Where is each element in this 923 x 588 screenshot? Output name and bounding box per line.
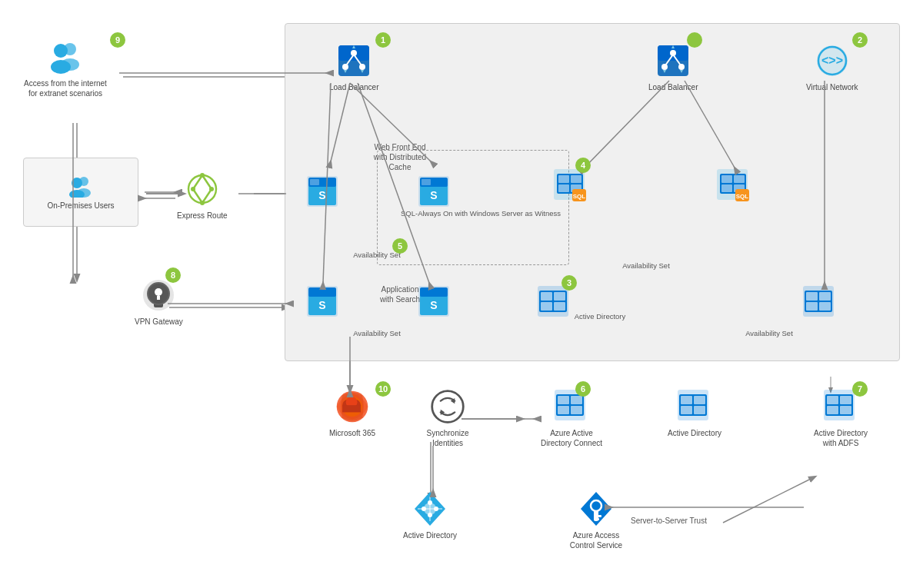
avail-set-app-label: Availability Set	[319, 329, 435, 337]
internet-users-icon	[47, 38, 84, 75]
badge-1: 1	[375, 32, 391, 48]
sharepoint-web-left: S	[304, 173, 341, 210]
svg-point-142	[428, 500, 432, 505]
svg-rect-149	[594, 515, 601, 517]
svg-text:+: +	[156, 290, 161, 298]
svg-rect-73	[558, 184, 569, 192]
ad-adfs-node: Active Directory with ADFS	[806, 388, 875, 448]
svg-rect-66	[420, 287, 448, 297]
svg-text:SQL: SQL	[573, 193, 586, 200]
sql-left-icon: SQL	[552, 168, 589, 204]
avail-set-web-label: Availability Set	[319, 251, 435, 259]
svg-rect-81	[721, 184, 732, 192]
svg-rect-62	[308, 287, 336, 297]
load-balancer-1-label: Load Balancer	[329, 82, 379, 92]
svg-text:S: S	[318, 189, 325, 201]
svg-point-29	[200, 173, 205, 178]
svg-point-22	[72, 178, 82, 188]
avail-set-ad-label: Availability Set	[661, 329, 877, 337]
svg-point-31	[209, 187, 214, 191]
sharepoint-app-right: S	[415, 283, 452, 320]
badge-9: 9	[110, 32, 125, 48]
access-control-node: Azure Access Control Service	[561, 490, 631, 550]
svg-point-145	[434, 507, 438, 511]
azure-ad-connect-node: Azure Active Directory Connect	[537, 388, 606, 448]
ad-adfs-label: Active Directory with ADFS	[806, 428, 875, 448]
sync-identities-icon	[429, 388, 466, 425]
svg-rect-59	[422, 179, 431, 185]
svg-rect-90	[554, 302, 565, 311]
ad-azure-right-node	[800, 283, 837, 320]
svg-point-143	[428, 513, 432, 517]
express-route-label: Express Route	[177, 211, 228, 221]
svg-rect-123	[571, 396, 582, 404]
svg-rect-79	[721, 175, 732, 183]
internet-access-node: Access from the internet for extranet sc…	[23, 38, 108, 98]
badge-2: 2	[852, 32, 868, 48]
load-balancer-right-icon	[655, 42, 691, 79]
sql-right-node: SQL	[715, 168, 752, 204]
svg-point-19	[51, 60, 71, 74]
svg-point-18	[54, 44, 68, 58]
svg-point-32	[200, 201, 205, 205]
svg-rect-71	[558, 175, 569, 183]
access-control-icon	[578, 490, 615, 527]
virtual-network-label: Virtual Network	[806, 82, 858, 92]
svg-rect-128	[681, 396, 692, 404]
svg-rect-135	[840, 396, 851, 404]
svg-text:S: S	[430, 299, 437, 311]
ad-azure-right-icon	[800, 283, 837, 320]
svg-text:<>>: <>>	[821, 54, 843, 67]
svg-text:S: S	[430, 189, 437, 201]
active-directory-6-icon	[676, 388, 713, 425]
svg-rect-72	[571, 175, 581, 183]
svg-point-103	[678, 64, 685, 70]
svg-rect-80	[734, 175, 745, 183]
virtual-network-node: <>> Virtual Network	[806, 42, 858, 92]
vpn-gateway-node: + VPN Gateway	[135, 277, 183, 327]
svg-rect-88	[554, 292, 565, 301]
svg-rect-116	[342, 405, 361, 412]
server-trust-label: Server-to-Server Trust	[631, 517, 707, 525]
sharepoint-web-left-icon: S	[304, 173, 341, 210]
svg-rect-131	[694, 406, 705, 414]
load-balancer-right-node: Load Balancer	[648, 42, 698, 92]
ad-bottom-label: Active Directory	[403, 530, 457, 540]
access-control-label: Azure Access Control Service	[561, 530, 631, 550]
load-balancer-1-node: Load Balancer	[329, 42, 379, 92]
svg-point-45	[342, 64, 348, 70]
svg-point-30	[191, 187, 195, 191]
svg-rect-95	[806, 302, 818, 311]
svg-rect-136	[827, 406, 838, 414]
virtual-network-icon: <>>	[814, 42, 851, 79]
badge-8: 8	[165, 267, 181, 283]
svg-rect-125	[571, 406, 582, 414]
svg-point-102	[661, 64, 668, 70]
svg-text:SQL: SQL	[736, 193, 749, 200]
svg-rect-87	[541, 292, 552, 301]
svg-rect-94	[819, 292, 831, 301]
ad-azure-label: Active Directory	[523, 312, 677, 321]
svg-rect-89	[541, 302, 552, 311]
sql-left-node: SQL	[552, 168, 589, 204]
svg-rect-134	[827, 396, 838, 404]
sharepoint-web-right-icon: S	[415, 173, 452, 210]
azure-ad-connect-label: Azure Active Directory Connect	[537, 428, 606, 448]
badge-6: 6	[575, 381, 591, 397]
sharepoint-app-right-icon: S	[415, 283, 452, 320]
svg-rect-122	[558, 396, 569, 404]
diagram-container: 9 Access from the internet for extranet …	[0, 0, 923, 588]
web-front-end-label: Web Front Endwith DistributedCache	[362, 142, 438, 172]
load-balancer-1-icon	[335, 42, 372, 79]
svg-point-101	[670, 50, 676, 56]
sharepoint-app-left: S	[304, 283, 341, 320]
svg-rect-93	[806, 292, 818, 301]
active-directory-6-node: Active Directory	[668, 388, 721, 438]
badge-3: 3	[561, 275, 577, 291]
svg-rect-129	[694, 396, 705, 404]
svg-rect-150	[594, 518, 599, 520]
svg-rect-96	[819, 302, 831, 311]
sharepoint-web-right: S	[415, 173, 452, 210]
badge-7: 7	[852, 381, 868, 397]
svg-line-14	[723, 477, 815, 523]
